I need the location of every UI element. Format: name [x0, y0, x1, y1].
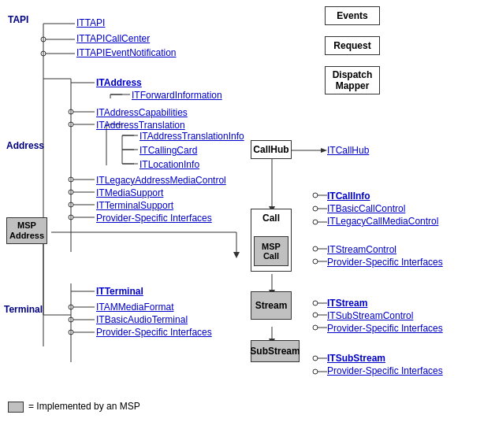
msp-address-box: MSP Address	[6, 217, 47, 244]
itcallingcard-link[interactable]: ITCallingCard	[140, 145, 197, 156]
itcallinfo-link[interactable]: ITCallInfo	[327, 191, 370, 202]
svg-marker-29	[233, 252, 240, 258]
itstream-link[interactable]: ITStream	[327, 298, 367, 309]
svg-point-4	[41, 51, 46, 56]
terminal-label: Terminal	[4, 304, 43, 315]
svg-point-55	[313, 356, 318, 361]
itbasicaudioterminal-link[interactable]: ITBasicAudioTerminal	[96, 314, 188, 325]
itlegacyaddressmediacontrol-link[interactable]: ITLegacyAddressMediaControl	[96, 175, 226, 186]
svg-point-64	[69, 317, 73, 322]
itbasiccallcontrol-link[interactable]: ITBasicCallControl	[327, 203, 405, 214]
address-label: Address	[6, 140, 44, 151]
itcallhub-link[interactable]: ITCallHub	[327, 145, 369, 156]
svg-point-20	[69, 190, 73, 194]
tapi-label: TAPI	[8, 14, 28, 25]
provider-specific4-link[interactable]: Provider-Specific Interfaces	[327, 323, 443, 334]
itmediasupport-link[interactable]: ITMediaSupport	[96, 187, 163, 198]
svg-point-62	[69, 305, 73, 309]
ittapicallcenter-link[interactable]: ITTAPICallCenter	[76, 33, 150, 44]
itstreamcontrol-link[interactable]: ITStreamControl	[327, 244, 396, 255]
svg-point-43	[313, 259, 318, 264]
svg-point-18	[69, 177, 73, 182]
svg-point-47	[313, 301, 318, 305]
svg-point-51	[313, 325, 318, 330]
svg-point-66	[69, 330, 73, 335]
call-label: Call	[262, 213, 280, 224]
callhub-box: CallHub	[251, 140, 292, 159]
svg-point-39	[313, 220, 318, 224]
legend-label: = Implemented by an MSP	[28, 401, 140, 412]
itlegacycallmediacontrol-link[interactable]: ITLegacyCallMediaControl	[327, 216, 438, 227]
itlocationinfo-link[interactable]: ITLocationInfo	[140, 159, 199, 170]
svg-point-57	[313, 369, 318, 374]
itaddresstranslation-link[interactable]: ITAddressTranslation	[96, 120, 185, 131]
svg-point-12	[69, 122, 73, 127]
architecture-diagram: TAPI Events Request Dispatch Mapper ITTA…	[0, 0, 495, 448]
svg-point-22	[69, 202, 73, 207]
svg-point-2	[41, 37, 46, 42]
svg-point-41	[313, 246, 318, 251]
provider-specific2-link[interactable]: Provider-Specific Interfaces	[327, 257, 443, 268]
itsubstream-link[interactable]: ITSubStream	[327, 353, 385, 364]
msp-call-box: MSP Call	[254, 236, 288, 266]
substream-box: SubStream	[251, 340, 300, 362]
request-label: Request	[333, 40, 370, 51]
svg-point-37	[313, 206, 318, 211]
itsubstreamcontrol-link[interactable]: ITSubStreamControl	[327, 310, 413, 321]
ittapi-link[interactable]: ITTAPI	[76, 17, 105, 28]
dispatch-label: Dispatch Mapper	[333, 69, 373, 91]
svg-marker-32	[321, 148, 327, 153]
events-box: Events	[325, 6, 380, 25]
stream-label: Stream	[255, 300, 288, 311]
provider-specific1-link[interactable]: Provider-Specific Interfaces	[96, 213, 212, 224]
legend-box	[8, 402, 24, 413]
provider-specific5-link[interactable]: Provider-Specific Interfaces	[327, 365, 443, 376]
itaddresscapabilities-link[interactable]: ITAddressCapabilities	[96, 107, 188, 118]
msp-address-label: MSP Address	[9, 220, 44, 241]
svg-point-10	[69, 109, 73, 114]
provider-specific3-link[interactable]: Provider-Specific Interfaces	[96, 327, 212, 338]
itterminal-link[interactable]: ITTerminal	[96, 286, 143, 297]
itaddress-link[interactable]: ITAddress	[96, 77, 142, 88]
request-box: Request	[325, 36, 380, 55]
substream-label: SubStream	[250, 346, 300, 357]
itforwardinformation-link[interactable]: ITForwardInformation	[132, 90, 222, 101]
events-label: Events	[337, 10, 367, 21]
itammediaformat-link[interactable]: ITAMMediaFormat	[96, 302, 173, 313]
ittapieventnotification-link[interactable]: ITTAPIEventNotification	[76, 47, 177, 58]
svg-point-35	[313, 193, 318, 198]
svg-point-24	[69, 215, 73, 220]
itterminalsupport-link[interactable]: ITTerminalSupport	[96, 200, 173, 211]
callhub-label: CallHub	[253, 144, 288, 155]
itaddresstranslationinfo-link[interactable]: ITAddressTranslationInfo	[140, 131, 244, 142]
dispatch-box: Dispatch Mapper	[325, 66, 380, 94]
msp-call-label: MSP Call	[262, 242, 281, 261]
stream-box: Stream	[251, 291, 292, 320]
svg-point-49	[313, 313, 318, 317]
